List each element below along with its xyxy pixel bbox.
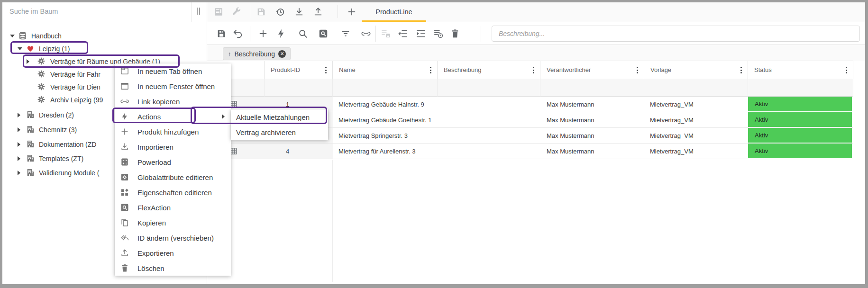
sort-chip-beschreibung[interactable]: ↑ Beschreibung ✕ bbox=[223, 47, 291, 60]
cell-beschreibung[interactable] bbox=[438, 97, 540, 112]
expand-right-icon[interactable] bbox=[18, 142, 20, 147]
column-menu-icon[interactable] bbox=[530, 66, 537, 74]
cell-vorlage[interactable]: Mietvertrag_VM bbox=[644, 112, 748, 128]
add-icon[interactable] bbox=[347, 7, 357, 17]
menu-item-eigenschaften-editieren[interactable]: Eigenschaften editieren bbox=[115, 185, 231, 200]
tree-item-leipzig-1[interactable]: Leipzig (1) bbox=[2, 42, 207, 55]
cell-vorlage[interactable]: Mietvertrag_VM bbox=[644, 97, 748, 112]
download-icon[interactable] bbox=[294, 7, 304, 17]
cell-name[interactable]: Mietvertrag Gebäude Goethestr. 1 bbox=[333, 112, 438, 128]
column-menu-icon[interactable] bbox=[427, 66, 434, 74]
column-header-status[interactable]: Status bbox=[748, 61, 853, 79]
expand-down-icon[interactable] bbox=[18, 47, 22, 50]
filter-cell[interactable] bbox=[265, 79, 333, 97]
row-save-icon[interactable] bbox=[381, 28, 391, 39]
cell-verantwortlicher[interactable]: Max Mustermann bbox=[540, 128, 644, 144]
menu-item-globalattribute-editieren[interactable]: Globalattribute editieren bbox=[115, 170, 231, 185]
menu-item-flexaction[interactable]: FlexAction bbox=[115, 200, 231, 215]
filter-cell[interactable] bbox=[748, 79, 853, 97]
cell-status[interactable]: Aktiv bbox=[748, 144, 853, 159]
cell-beschreibung[interactable] bbox=[438, 144, 540, 159]
cell-beschreibung[interactable] bbox=[438, 112, 540, 128]
cell-name[interactable]: Mietvertrag Springerstr. 3 bbox=[333, 128, 438, 144]
filter-cell[interactable] bbox=[333, 79, 438, 97]
cell-name[interactable]: Mietvertrag für Aurelienstr. 3 bbox=[333, 144, 438, 159]
details-panel-icon[interactable] bbox=[213, 7, 224, 17]
cell-status[interactable]: Aktiv bbox=[748, 112, 853, 128]
tree-item-label: Verträge für Dien bbox=[50, 83, 101, 91]
menu-item-label: In neuem Fenster öffnen bbox=[137, 82, 215, 90]
expand-down-icon[interactable] bbox=[10, 35, 15, 37]
menu-item-label: FlexAction bbox=[137, 204, 171, 212]
panel-resize-handle[interactable] bbox=[197, 8, 200, 15]
actions-bolt-icon[interactable] bbox=[276, 28, 286, 39]
link-icon[interactable] bbox=[361, 28, 371, 39]
cell-status[interactable]: Aktiv bbox=[748, 97, 853, 112]
expand-right-icon[interactable] bbox=[18, 156, 20, 161]
menu-item-kopieren[interactable]: Kopieren bbox=[115, 215, 231, 230]
cell-produkt-id[interactable]: 4 bbox=[265, 144, 333, 159]
search-icon[interactable] bbox=[298, 28, 308, 39]
cell-name[interactable]: Mietvertrag Gebäude Hainstr. 9 bbox=[333, 97, 438, 112]
cell-vorlage[interactable]: Mietvertrag_VM bbox=[644, 128, 748, 144]
cell-status[interactable]: Aktiv bbox=[748, 128, 853, 144]
remove-sort-icon[interactable]: ✕ bbox=[278, 50, 286, 58]
add-icon[interactable] bbox=[258, 28, 268, 39]
indent-icon[interactable] bbox=[416, 28, 426, 39]
expand-right-icon[interactable] bbox=[18, 171, 20, 175]
cell-verantwortlicher[interactable]: Max Mustermann bbox=[540, 112, 644, 128]
copy-icon bbox=[120, 218, 129, 227]
save-icon[interactable] bbox=[256, 7, 266, 17]
menu-item-actions[interactable]: Actions bbox=[115, 109, 231, 124]
column-menu-icon[interactable] bbox=[634, 66, 640, 74]
menu-item-id-ndern-verschieben[interactable]: ID ändern (verschieben) bbox=[115, 230, 231, 245]
wrench-icon[interactable] bbox=[231, 7, 242, 17]
submenu-item-vertrag-archivieren[interactable]: Vertrag archivieren bbox=[231, 125, 328, 140]
filter-cell[interactable] bbox=[540, 79, 644, 97]
expand-right-icon[interactable] bbox=[18, 127, 20, 132]
tab-productline[interactable]: ProductLine bbox=[362, 2, 426, 21]
column-header-label: Status bbox=[748, 66, 772, 73]
menu-item-importieren[interactable]: Importieren bbox=[115, 139, 231, 154]
undo-icon[interactable] bbox=[233, 28, 243, 39]
outdent-icon[interactable] bbox=[398, 28, 408, 39]
menu-item-in-neuem-tab-ffnen[interactable]: In neuem Tab öffnen bbox=[115, 63, 231, 79]
filter-icon[interactable] bbox=[340, 28, 351, 39]
column-menu-icon[interactable] bbox=[738, 66, 744, 74]
flexaction-icon bbox=[120, 203, 129, 212]
row-history-icon[interactable] bbox=[433, 28, 444, 39]
submenu-item-aktuelle-mietzahlungen[interactable]: Aktuelle Mietzahlungen bbox=[231, 109, 328, 125]
history-icon[interactable] bbox=[275, 7, 285, 17]
expand-right-icon[interactable] bbox=[18, 113, 20, 117]
menu-item-produkt-hinzuf-gen[interactable]: Produkt hinzufügen bbox=[115, 124, 231, 139]
menu-item-in-neuem-fenster-ffnen[interactable]: In neuem Fenster öffnen bbox=[115, 79, 231, 94]
cell-beschreibung[interactable] bbox=[438, 128, 540, 144]
save-icon[interactable] bbox=[216, 28, 227, 39]
menu-item-powerload[interactable]: Powerload bbox=[115, 154, 231, 170]
cell-verantwortlicher[interactable]: Max Mustermann bbox=[540, 97, 644, 112]
expand-right-icon[interactable] bbox=[27, 59, 29, 64]
column-menu-icon[interactable] bbox=[322, 66, 329, 74]
upload-icon[interactable] bbox=[313, 7, 323, 17]
tree-search-input[interactable] bbox=[9, 6, 184, 17]
menu-item-l-schen[interactable]: Löschen bbox=[115, 261, 231, 276]
column-menu-icon[interactable] bbox=[843, 66, 850, 74]
cell-vorlage[interactable]: Mietvertrag_VM bbox=[644, 144, 748, 159]
column-header-produkt_id[interactable]: Produkt-ID bbox=[265, 61, 333, 79]
delete-icon[interactable] bbox=[450, 28, 460, 39]
column-header-label: Verantwortlicher bbox=[540, 66, 591, 73]
menu-item-link-kopieren[interactable]: Link kopieren bbox=[115, 94, 231, 109]
menu-item-exportieren[interactable]: Exportieren bbox=[115, 245, 231, 261]
frame-right bbox=[865, 0, 868, 288]
filter-cell[interactable] bbox=[644, 79, 748, 97]
filter-cell[interactable] bbox=[438, 79, 540, 97]
column-header-beschreibung[interactable]: Beschreibung bbox=[438, 61, 540, 79]
description-filter-input[interactable] bbox=[492, 26, 860, 42]
delete-icon bbox=[120, 263, 129, 273]
cell-verantwortlicher[interactable]: Max Mustermann bbox=[540, 144, 644, 159]
flexaction-icon[interactable] bbox=[318, 28, 329, 39]
column-header-name[interactable]: Name bbox=[333, 61, 438, 79]
column-header-verantwortlicher[interactable]: Verantwortlicher bbox=[540, 61, 644, 79]
column-header-vorlage[interactable]: Vorlage bbox=[644, 61, 748, 79]
tree-item-handbuch[interactable]: Handbuch bbox=[2, 29, 207, 42]
